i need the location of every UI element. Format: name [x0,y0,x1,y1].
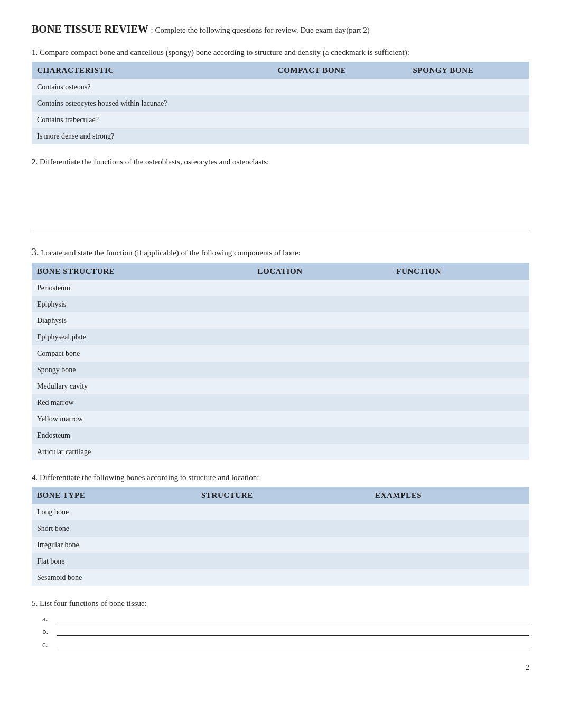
q4-row3-col2 [370,553,529,569]
q3-row9-col1 [252,427,391,444]
q3-row5-col2 [391,362,529,378]
q5-item-1: b. [42,625,529,638]
q1-row0-col2 [407,79,529,95]
q3-row7-col2 [391,394,529,411]
q4-row4-col0: Sesamoid bone [32,569,196,586]
q3-row2-col1 [252,312,391,329]
q4-row1-col0: Short bone [32,520,196,537]
q1-label: 1. Compare compact bone and cancellous (… [32,47,529,59]
q3-table: BONE STRUCTURE LOCATION FUNCTION Periost… [32,263,529,460]
q1-row2-col2 [407,112,529,128]
q1-row2-col1 [273,112,408,128]
title-bold: BONE TISSUE REVIEW [32,23,148,35]
q3-row4-col0: Compact bone [32,345,252,362]
q3-row0-col0: Periosteum [32,280,252,296]
q1-row0-col0: Contains osteons? [32,79,273,95]
q3-row3-col2 [391,329,529,345]
q4-row1-col2 [370,520,529,537]
q4-row0-col2 [370,504,529,520]
q4-col-examples: EXAMPLES [370,487,529,504]
q4-label: 4. Differentiate the following bones acc… [32,472,529,484]
q3-row0-col1 [252,280,391,296]
q1-row3-col1 [273,128,408,144]
question-2: 2. Differentiate the functions of the os… [32,156,529,229]
q1-col-compact: COMPACT BONE [273,62,408,79]
q3-row2-col2 [391,312,529,329]
q5-item-0-letter: a. [42,613,57,625]
q3-row8-col0: Yellow marrow [32,411,252,427]
q5-item-1-letter: b. [42,625,57,638]
q4-row2-col2 [370,537,529,553]
q3-row3-col0: Epiphyseal plate [32,329,252,345]
q1-row1-col0: Contains osteocytes housed within lacuna… [32,95,273,112]
q3-row9-col0: Endosteum [32,427,252,444]
q5-label: 5. List four functions of bone tissue: [32,597,529,610]
q1-row0-col1 [273,79,408,95]
q3-row0-col2 [391,280,529,296]
q3-row6-col0: Medullary cavity [32,378,252,394]
q3-row10-col2 [391,444,529,460]
q4-row4-col1 [196,569,370,586]
q1-row1-col1 [273,95,408,112]
q3-row6-col1 [252,378,391,394]
q4-col-structure: STRUCTURE [196,487,370,504]
q4-col-type: BONE TYPE [32,487,196,504]
q3-row4-col1 [252,345,391,362]
q5-item-2-line[interactable] [57,640,529,649]
q1-row1-col2 [407,95,529,112]
q3-row1-col0: Epiphysis [32,296,252,312]
q3-row5-col0: Spongy bone [32,362,252,378]
q1-row2-col0: Contains trabeculae? [32,112,273,128]
q4-row2-col1 [196,537,370,553]
question-5: 5. List four functions of bone tissue: a… [32,597,529,650]
q3-row10-col0: Articular cartilage [32,444,252,460]
q1-row3-col2 [407,128,529,144]
q3-row2-col0: Diaphysis [32,312,252,329]
q3-row6-col2 [391,378,529,394]
q4-row3-col0: Flat bone [32,553,196,569]
title-subtitle: : Complete the following questions for r… [151,26,369,34]
q3-row4-col2 [391,345,529,362]
q3-row7-col1 [252,394,391,411]
question-1: 1. Compare compact bone and cancellous (… [32,47,529,144]
page-title: BONE TISSUE REVIEW : Complete the follow… [32,21,529,37]
question-3: 3. Locate and state the function (if app… [32,245,529,460]
q4-row0-col0: Long bone [32,504,196,520]
q5-item-2-letter: c. [42,639,57,651]
q2-answer-space [32,171,529,229]
q4-row2-col0: Irregular bone [32,537,196,553]
page-number: 2 [32,662,529,673]
q3-row10-col1 [252,444,391,460]
q3-col-function: FUNCTION [391,263,529,280]
q3-row8-col2 [391,411,529,427]
q1-table: CHARACTERISTIC COMPACT BONE SPONGY BONE … [32,62,529,145]
q1-col-characteristic: CHARACTERISTIC [32,62,273,79]
q3-row1-col1 [252,296,391,312]
q3-row1-col2 [391,296,529,312]
q4-table: BONE TYPE STRUCTURE EXAMPLES Long boneSh… [32,487,529,586]
q4-row1-col1 [196,520,370,537]
q3-row7-col0: Red marrow [32,394,252,411]
q5-item-0-line[interactable] [57,614,529,623]
question-4: 4. Differentiate the following bones acc… [32,472,529,586]
q3-label-text: Locate and state the function (if applic… [41,248,301,257]
q4-row4-col2 [370,569,529,586]
q3-row5-col1 [252,362,391,378]
q5-item-1-line[interactable] [57,626,529,636]
q3-row3-col1 [252,329,391,345]
q4-row0-col1 [196,504,370,520]
q5-items: a.b.c. [42,613,529,651]
q3-row9-col2 [391,427,529,444]
q1-row3-col0: Is more dense and strong? [32,128,273,144]
q2-label: 2. Differentiate the functions of the os… [32,156,529,168]
q3-col-location: LOCATION [252,263,391,280]
q1-col-spongy: SPONGY BONE [407,62,529,79]
q4-row3-col1 [196,553,370,569]
q3-row8-col1 [252,411,391,427]
q3-label: 3. Locate and state the function (if app… [32,245,529,260]
q3-col-structure: BONE STRUCTURE [32,263,252,280]
q5-item-2: c. [42,639,529,651]
q5-item-0: a. [42,613,529,625]
